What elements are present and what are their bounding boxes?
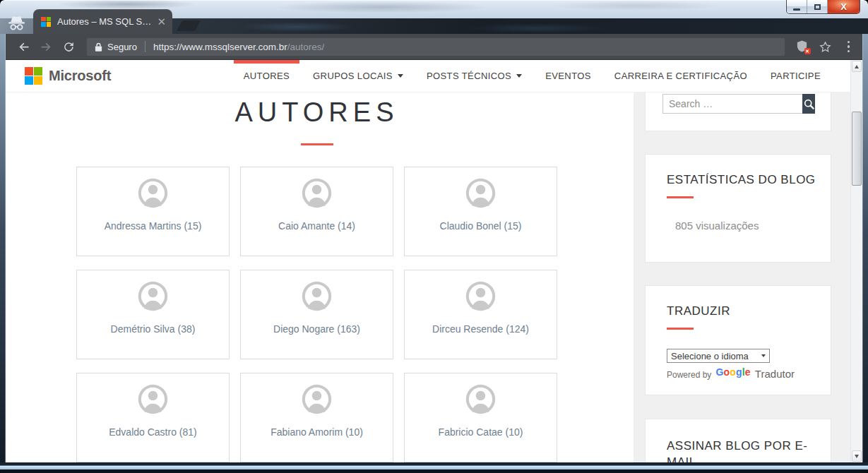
tab-title: Autores – MS SQL Server bbox=[57, 16, 151, 27]
microsoft-logo-icon bbox=[25, 67, 42, 85]
author-name: Dirceu Resende (124) bbox=[432, 323, 529, 335]
author-card[interactable]: Fabricio Catae (10) bbox=[404, 373, 557, 462]
url-separator bbox=[145, 41, 145, 52]
search-button[interactable] bbox=[802, 94, 815, 114]
back-arrow-icon bbox=[16, 40, 31, 54]
scroll-down-button[interactable] bbox=[852, 450, 862, 462]
arrow-up-icon bbox=[855, 65, 859, 68]
page-viewport: Microsoft AUTORES GRUPOS LOCAIS POSTS TÉ… bbox=[6, 60, 862, 462]
forward-button[interactable] bbox=[37, 37, 55, 56]
chevron-down-icon bbox=[398, 74, 403, 78]
chevron-down-icon bbox=[761, 354, 766, 357]
subscribe-widget: ASSINAR BLOG POR E-MAIL bbox=[645, 419, 831, 462]
browser-tab[interactable]: Autores – MS SQL Server ✕ bbox=[33, 9, 172, 34]
site-navbar: Microsoft AUTORES GRUPOS LOCAIS POSTS TÉ… bbox=[6, 60, 850, 92]
user-avatar-icon bbox=[465, 177, 497, 209]
nav-item-carreira[interactable]: CARREIRA E CERTIFICAÇÃO bbox=[614, 60, 747, 92]
reload-button[interactable] bbox=[59, 37, 78, 56]
scrollbar-thumb[interactable] bbox=[852, 112, 862, 186]
nav-item-posts-tecnicos[interactable]: POSTS TÉCNICOS bbox=[427, 60, 522, 92]
url-path: /autores/ bbox=[287, 42, 325, 52]
tab-close-icon[interactable]: ✕ bbox=[157, 17, 166, 27]
page-title: AUTORES bbox=[76, 97, 557, 128]
user-avatar-icon bbox=[137, 177, 169, 209]
url-host: https://www.mssqlserver.com.br bbox=[153, 42, 287, 52]
url-text: https://www.mssqlserver.com.br/autores/ bbox=[153, 42, 324, 52]
powered-by-label: Powered by bbox=[667, 370, 711, 380]
stats-title: ESTATÍSTICAS DO BLOG bbox=[667, 173, 831, 187]
microsoft-logo[interactable]: Microsoft bbox=[25, 67, 111, 85]
maximize-icon bbox=[814, 4, 821, 10]
widget-underline bbox=[667, 328, 694, 330]
bookmark-star-button[interactable] bbox=[819, 40, 832, 54]
author-name: Caio Amante (14) bbox=[278, 220, 355, 232]
author-card[interactable]: Edvaldo Castro (81) bbox=[76, 373, 230, 462]
nav-item-eventos[interactable]: EVENTOS bbox=[545, 60, 591, 92]
translate-title: TRADUZIR bbox=[667, 304, 831, 318]
user-avatar-icon bbox=[465, 383, 497, 415]
author-name: Claudio Bonel (15) bbox=[440, 220, 522, 232]
blog-stats-widget: ESTATÍSTICAS DO BLOG 805 visualizações bbox=[645, 154, 831, 263]
scrollbar[interactable] bbox=[850, 60, 862, 462]
scroll-up-button[interactable] bbox=[852, 61, 862, 72]
minimize-icon bbox=[793, 8, 800, 11]
user-avatar-icon bbox=[465, 280, 497, 312]
author-name: Andressa Martins (15) bbox=[105, 220, 202, 232]
subscribe-title: ASSINAR BLOG POR E-MAIL bbox=[667, 438, 809, 462]
author-name: Fabricio Catae (10) bbox=[439, 426, 523, 438]
lock-icon bbox=[95, 42, 102, 52]
author-card[interactable]: Diego Nogare (163) bbox=[240, 270, 393, 359]
user-avatar-icon bbox=[301, 177, 333, 209]
author-card[interactable]: Dirceu Resende (124) bbox=[404, 270, 557, 359]
address-bar[interactable]: Seguro https://www.mssqlserver.com.br/au… bbox=[86, 37, 785, 56]
google-translate-attribution: Powered by Google Tradutor bbox=[667, 368, 831, 380]
author-name: Edvaldo Castro (81) bbox=[109, 426, 197, 438]
browser-window: Autores – MS SQL Server ✕ X Se bbox=[0, 0, 868, 473]
language-select-value: Selecione o idioma bbox=[671, 351, 749, 361]
nav-item-participe[interactable]: PARTICIPE bbox=[771, 60, 821, 92]
minimize-button[interactable] bbox=[787, 0, 807, 13]
forward-arrow-icon bbox=[39, 40, 54, 54]
blocked-plugin-button[interactable]: ✕ bbox=[795, 40, 809, 54]
search-widget bbox=[645, 92, 831, 131]
site-security-chip[interactable]: Seguro bbox=[95, 42, 137, 52]
brand-name: Microsoft bbox=[49, 68, 111, 84]
author-card[interactable]: Demétrio Silva (38) bbox=[76, 270, 230, 359]
nav-item-grupos-locais[interactable]: GRUPOS LOCAIS bbox=[313, 60, 403, 92]
blog-views-count: 805 visualizações bbox=[675, 220, 831, 232]
translate-widget: TRADUZIR Selecione o idioma Powered by G… bbox=[645, 285, 831, 395]
close-button[interactable]: X bbox=[828, 0, 860, 13]
search-input[interactable] bbox=[662, 94, 802, 114]
page-content: AUTORES Andressa Martins (15) Caio Amant… bbox=[6, 92, 862, 462]
author-name: Demétrio Silva (38) bbox=[111, 323, 196, 335]
user-avatar-icon bbox=[301, 280, 333, 312]
nav-item-autores[interactable]: AUTORES bbox=[244, 60, 290, 92]
main-column: AUTORES Andressa Martins (15) Caio Amant… bbox=[76, 92, 557, 462]
maximize-button[interactable] bbox=[807, 0, 828, 13]
microsoft-favicon-icon bbox=[41, 17, 51, 27]
window-frame-bottom bbox=[0, 462, 868, 473]
chevron-down-icon bbox=[516, 74, 522, 78]
window-frame-right bbox=[862, 34, 868, 473]
site-menu: AUTORES GRUPOS LOCAIS POSTS TÉCNICOS EVE… bbox=[244, 60, 821, 92]
author-name: Diego Nogare (163) bbox=[273, 323, 360, 335]
google-logo: Google bbox=[715, 366, 750, 378]
browser-menu-button[interactable] bbox=[843, 40, 855, 54]
tradutor-label: Tradutor bbox=[755, 368, 795, 380]
arrow-down-icon bbox=[855, 455, 859, 458]
incognito-icon bbox=[7, 15, 26, 32]
authors-grid: Andressa Martins (15) Caio Amante (14) C… bbox=[76, 167, 557, 462]
blocked-badge-icon: ✕ bbox=[804, 48, 811, 54]
sidebar: ESTATÍSTICAS DO BLOG 805 visualizações T… bbox=[645, 92, 831, 462]
title-underline bbox=[301, 143, 333, 145]
author-card[interactable]: Claudio Bonel (15) bbox=[404, 167, 557, 256]
user-avatar-icon bbox=[137, 280, 169, 312]
star-icon bbox=[819, 40, 832, 54]
author-card[interactable]: Fabiano Amorim (10) bbox=[240, 373, 393, 462]
language-select[interactable]: Selecione o idioma bbox=[667, 349, 770, 363]
widget-underline bbox=[667, 196, 694, 198]
window-controls: X bbox=[786, 0, 860, 14]
back-button[interactable] bbox=[14, 37, 32, 56]
author-card[interactable]: Caio Amante (14) bbox=[240, 167, 393, 256]
author-card[interactable]: Andressa Martins (15) bbox=[76, 167, 230, 256]
